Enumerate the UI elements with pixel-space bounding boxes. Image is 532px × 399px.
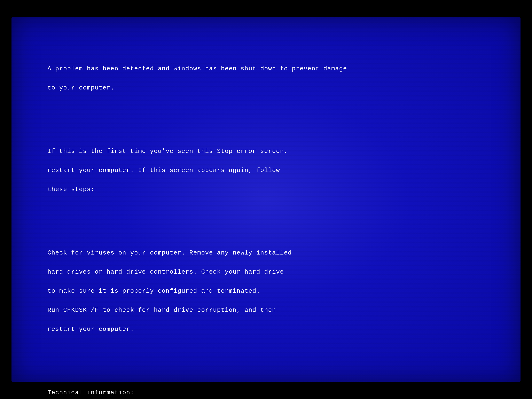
tech-info-block: Technical information: xyxy=(24,378,508,399)
checklist-line4: Run CHKDSK /F to check for hard drive co… xyxy=(47,307,276,314)
bsod-text: A problem has been detected and windows … xyxy=(24,35,508,399)
first-time-line2: restart your computer. If this screen ap… xyxy=(47,167,280,174)
bsod-screen: A problem has been detected and windows … xyxy=(12,17,520,382)
checklist-line3: to make sure it is properly configured a… xyxy=(47,288,260,295)
header-line2: to your computer. xyxy=(47,84,114,91)
first-time-line3: these steps: xyxy=(47,186,95,193)
first-time-line1: If this is the first time you've seen th… xyxy=(47,148,288,155)
header-block: A problem has been detected and windows … xyxy=(24,54,508,102)
checklist-line1: Check for viruses on your computer. Remo… xyxy=(47,249,292,256)
first-time-block: If this is the first time you've seen th… xyxy=(24,137,508,204)
tech-info-header: Technical information: xyxy=(47,389,134,396)
checklist-block: Check for viruses on your computer. Remo… xyxy=(24,239,508,344)
checklist-line5: restart your computer. xyxy=(47,326,134,333)
checklist-line2: hard drives or hard drive controllers. C… xyxy=(47,268,284,275)
header-line1: A problem has been detected and windows … xyxy=(47,65,347,72)
